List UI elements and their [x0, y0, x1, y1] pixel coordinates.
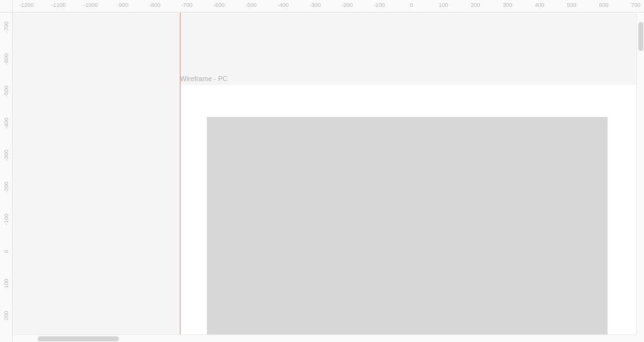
ruler-v-tick-label: -400 — [3, 118, 9, 129]
ruler-h-tick: 400 — [535, 0, 544, 13]
ruler-h-tick: -100 — [374, 0, 385, 13]
ruler-v-tick: 100 — [0, 280, 13, 287]
canvas-area[interactable]: Wireframe - PC — [13, 13, 644, 342]
ruler-v-tick-label: -300 — [3, 150, 9, 161]
ruler-h-tick-label: -1100 — [51, 2, 65, 8]
ruler-v-tick-label: 200 — [3, 311, 9, 320]
ruler-v-tick: 200 — [0, 312, 13, 319]
scrollbar-horizontal[interactable] — [13, 334, 636, 342]
ruler-h-tick: 700 — [631, 0, 640, 13]
frame-wireframe-pc[interactable]: Wireframe - PC — [180, 85, 641, 342]
ruler-h-tick: 0 — [409, 0, 413, 13]
ruler-v-tick-label: -600 — [3, 53, 9, 65]
ruler-v-tick: -400 — [0, 120, 13, 126]
ruler-h-tick: -800 — [149, 0, 160, 13]
ruler-h-tick-label: -100 — [374, 2, 385, 8]
scrollbar-horizontal-thumb[interactable] — [38, 336, 119, 341]
ruler-h-tick: 600 — [599, 0, 608, 13]
ruler-h-tick: -1200 — [19, 0, 33, 13]
ruler-horizontal[interactable]: -1200-1100-1000-900-800-700-600-500-400-… — [13, 0, 644, 13]
ruler-h-tick-label: -200 — [341, 2, 353, 8]
ruler-vertical[interactable]: -700-600-500-400-300-200-1000100200 — [0, 13, 13, 342]
ruler-h-tick: -900 — [117, 0, 128, 13]
ruler-h-tick: -400 — [277, 0, 289, 13]
ruler-h-tick: -1000 — [83, 0, 97, 13]
ruler-h-tick-label: -700 — [181, 2, 192, 8]
ruler-h-tick: -700 — [181, 0, 192, 13]
ruler-v-tick-label: -100 — [3, 214, 9, 225]
ruler-h-tick-label: -300 — [309, 2, 321, 8]
ruler-v-tick-label: -200 — [3, 182, 9, 193]
ruler-h-tick-label: 400 — [535, 2, 544, 8]
ruler-v-tick: -600 — [0, 56, 13, 62]
ruler-h-tick-label: 700 — [631, 2, 640, 8]
ruler-h-tick: -200 — [341, 0, 353, 13]
design-canvas-root: -1200-1100-1000-900-800-700-600-500-400-… — [0, 0, 644, 342]
ruler-h-tick-label: -1200 — [19, 2, 33, 8]
ruler-h-tick-label: 0 — [409, 2, 413, 8]
ruler-v-tick: -500 — [0, 88, 13, 94]
ruler-h-tick-label: -800 — [149, 2, 160, 8]
ruler-h-tick: 200 — [470, 0, 480, 13]
ruler-v-tick-label: -700 — [3, 21, 9, 33]
ruler-v-tick-label: 0 — [3, 250, 9, 253]
ruler-h-tick-label: -1000 — [83, 2, 97, 8]
ruler-h-tick-label: -600 — [213, 2, 225, 8]
scrollbar-vertical-thumb[interactable] — [638, 22, 643, 51]
ruler-h-tick: -500 — [245, 0, 257, 13]
ruler-h-tick: -1100 — [51, 0, 65, 13]
ruler-h-tick: -300 — [309, 0, 321, 13]
ruler-h-tick-label: -900 — [117, 2, 128, 8]
ruler-h-tick-label: 300 — [502, 2, 512, 8]
ruler-h-tick-label: -400 — [277, 2, 289, 8]
frame-label[interactable]: Wireframe - PC — [180, 75, 228, 82]
scrollbar-corner — [636, 334, 644, 342]
placeholder-rect[interactable] — [207, 117, 608, 341]
ruler-h-tick-label: -500 — [245, 2, 257, 8]
ruler-v-tick: -300 — [0, 152, 13, 158]
ruler-v-tick-label: 100 — [3, 279, 9, 288]
ruler-v-tick: -700 — [0, 24, 13, 30]
scrollbar-vertical[interactable] — [636, 13, 644, 334]
ruler-v-tick: -200 — [0, 184, 13, 190]
ruler-h-tick-label: 500 — [567, 2, 576, 8]
ruler-h-tick: 500 — [567, 0, 576, 13]
ruler-h-tick: -600 — [213, 0, 225, 13]
ruler-h-tick-label: 600 — [599, 2, 608, 8]
ruler-v-tick: 0 — [0, 248, 13, 255]
ruler-h-tick-label: 200 — [470, 2, 480, 8]
ruler-v-tick: -100 — [0, 216, 13, 223]
guide-vertical[interactable] — [180, 13, 180, 342]
ruler-h-tick-label: 100 — [438, 2, 448, 8]
ruler-h-tick: 100 — [438, 0, 448, 13]
ruler-corner — [0, 0, 13, 13]
ruler-h-tick: 300 — [502, 0, 512, 13]
ruler-v-tick-label: -500 — [3, 86, 9, 97]
